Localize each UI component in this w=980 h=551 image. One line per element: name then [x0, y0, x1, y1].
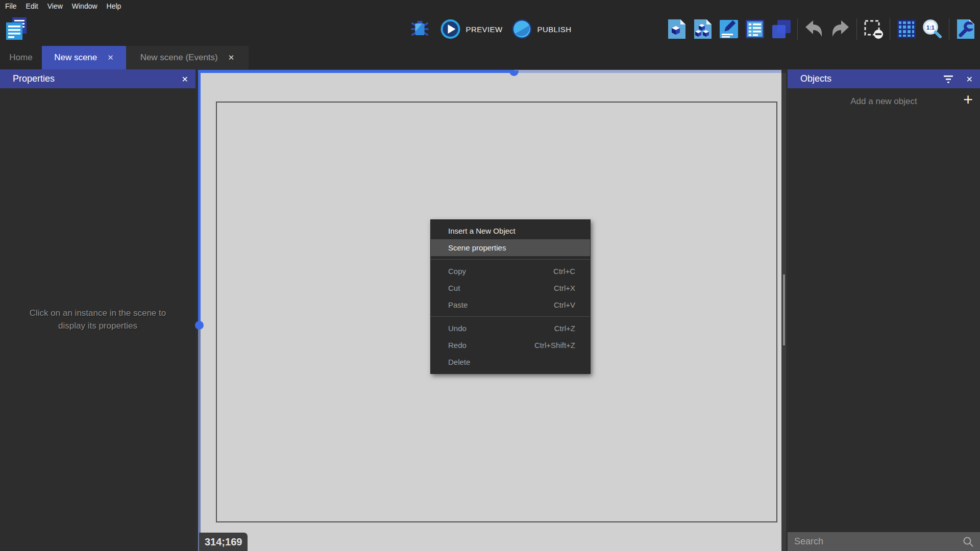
cursor-coordinates-badge: 314;169 — [199, 533, 248, 551]
publish-label: PUBLISH — [537, 25, 571, 34]
preview-label: PREVIEW — [466, 25, 503, 34]
app-window: File Edit View Window Help — [0, 0, 980, 551]
instances-layers-icon[interactable] — [770, 18, 792, 40]
add-object-row: Add a new object + — [788, 88, 980, 115]
main-area: Properties ✕ Click on an instance in the… — [0, 69, 980, 551]
scene-editor-icon[interactable] — [666, 18, 688, 40]
tab-bar: Home New scene ✕ New scene (Events) ✕ — [0, 46, 980, 69]
context-menu: Insert a New Object Scene properties Cop… — [430, 219, 591, 374]
context-menu-item-scene-properties[interactable]: Scene properties — [431, 239, 590, 256]
properties-panel-title: Properties — [0, 73, 55, 84]
menu-item-label: Scene properties — [431, 243, 575, 252]
scene-settings-icon[interactable] — [954, 18, 977, 40]
filter-icon[interactable] — [943, 75, 953, 83]
tab-new-scene-label: New scene — [54, 53, 97, 63]
tab-home-label: Home — [9, 53, 32, 63]
menu-item-shortcut: Ctrl+Z — [554, 324, 590, 333]
vertical-scrollbar-track[interactable] — [198, 329, 201, 551]
tab-close-icon[interactable]: ✕ — [107, 53, 114, 62]
play-icon — [439, 18, 462, 40]
objects-panel-header: Objects ✕ — [788, 69, 980, 88]
cursor-coordinates: 314;169 — [205, 536, 242, 548]
menu-item-label: Copy — [431, 267, 553, 276]
menu-item-label: Insert a New Object — [431, 227, 575, 235]
scene-editor-canvas-area: 314;169 Insert a New Object Scene proper… — [195, 69, 788, 551]
toolbar-separator — [797, 18, 798, 40]
menu-item-label: Redo — [431, 341, 534, 349]
menu-item-shortcut: Ctrl+C — [553, 267, 590, 276]
vertical-scrollbar-thumb[interactable] — [198, 73, 201, 325]
menu-item-label: Delete — [431, 358, 575, 366]
tab-new-scene-events-label: New scene (Events) — [140, 53, 218, 63]
context-menu-item-delete[interactable]: Delete — [431, 354, 590, 370]
horizontal-scrollbar-track[interactable] — [514, 70, 781, 73]
menu-item-shortcut: Ctrl+V — [554, 300, 590, 309]
tab-new-scene-events[interactable]: New scene (Events) ✕ — [126, 46, 249, 69]
tab-close-icon[interactable]: ✕ — [228, 53, 235, 62]
properties-close-icon[interactable]: ✕ — [182, 74, 188, 84]
tab-new-scene[interactable]: New scene ✕ — [42, 46, 126, 69]
toolbar: PREVIEW PUBLISH — [0, 12, 980, 46]
right-scrollbar-thumb[interactable] — [783, 274, 785, 345]
zoom-one-to-one-icon[interactable]: 1:1 — [921, 18, 944, 40]
objects-search-bar — [788, 532, 980, 551]
toolbar-right-group: 1:1 — [666, 12, 977, 46]
menu-file[interactable]: File — [5, 2, 17, 10]
redo-icon[interactable] — [829, 18, 851, 40]
context-menu-item-paste[interactable]: Paste Ctrl+V — [431, 296, 590, 313]
menu-item-label: Cut — [431, 284, 554, 292]
context-menu-item-insert-new-object[interactable]: Insert a New Object — [431, 222, 590, 239]
context-menu-item-copy[interactable]: Copy Ctrl+C — [431, 263, 590, 280]
debugger-icon[interactable] — [409, 18, 431, 40]
menu-item-shortcut: Ctrl+X — [554, 284, 590, 292]
tab-home[interactable]: Home — [0, 46, 42, 69]
right-scrollbar-track[interactable] — [781, 73, 786, 551]
zoom-ratio-label: 1:1 — [926, 24, 935, 31]
preview-button[interactable]: PREVIEW — [439, 18, 503, 40]
properties-panel-body: Click on an instance in the scene to dis… — [0, 88, 195, 551]
properties-hint: Click on an instance in the scene to dis… — [21, 307, 175, 332]
context-menu-item-redo[interactable]: Redo Ctrl+Shift+Z — [431, 337, 590, 354]
add-object-label: Add a new object — [850, 96, 917, 107]
vertical-scrollbar-handle[interactable] — [195, 321, 204, 330]
mask-selection-icon[interactable] — [862, 18, 885, 40]
grid-icon[interactable] — [895, 18, 918, 40]
toolbar-separator — [890, 18, 890, 40]
objects-close-icon[interactable]: ✕ — [966, 74, 973, 84]
publish-button[interactable]: PUBLISH — [510, 18, 571, 40]
context-menu-divider — [431, 316, 590, 317]
search-icon — [963, 536, 974, 547]
project-manager-icon[interactable] — [4, 16, 29, 41]
toolbar-center-group: PREVIEW PUBLISH — [409, 12, 572, 46]
globe-icon — [510, 18, 533, 40]
layers-list-icon[interactable] — [744, 18, 766, 40]
menu-help[interactable]: Help — [107, 2, 121, 10]
menu-bar: File Edit View Window Help — [0, 0, 980, 12]
menu-item-label: Paste — [431, 300, 554, 309]
toolbar-separator — [856, 18, 857, 40]
objects-panel-title: Objects — [788, 73, 831, 84]
undo-icon[interactable] — [803, 18, 825, 40]
context-menu-item-cut[interactable]: Cut Ctrl+X — [431, 280, 590, 296]
events-editor-icon[interactable] — [718, 18, 740, 40]
menu-view[interactable]: View — [47, 2, 63, 10]
objects-list-icon[interactable] — [692, 18, 714, 40]
properties-panel-header: Properties ✕ — [0, 69, 195, 88]
context-menu-item-undo[interactable]: Undo Ctrl+Z — [431, 320, 590, 337]
context-menu-divider — [431, 259, 590, 260]
objects-panel: Objects ✕ Add a new object + — [788, 69, 980, 551]
toolbar-separator — [949, 18, 949, 40]
properties-panel: Properties ✕ Click on an instance in the… — [0, 69, 195, 551]
horizontal-scrollbar-thumb[interactable] — [198, 70, 514, 73]
menu-item-shortcut: Ctrl+Shift+Z — [534, 341, 590, 349]
menu-item-label: Undo — [431, 324, 554, 333]
objects-search-input[interactable] — [788, 536, 963, 547]
add-object-button[interactable]: + — [963, 91, 973, 108]
menu-edit[interactable]: Edit — [26, 2, 38, 10]
menu-window[interactable]: Window — [72, 2, 97, 10]
